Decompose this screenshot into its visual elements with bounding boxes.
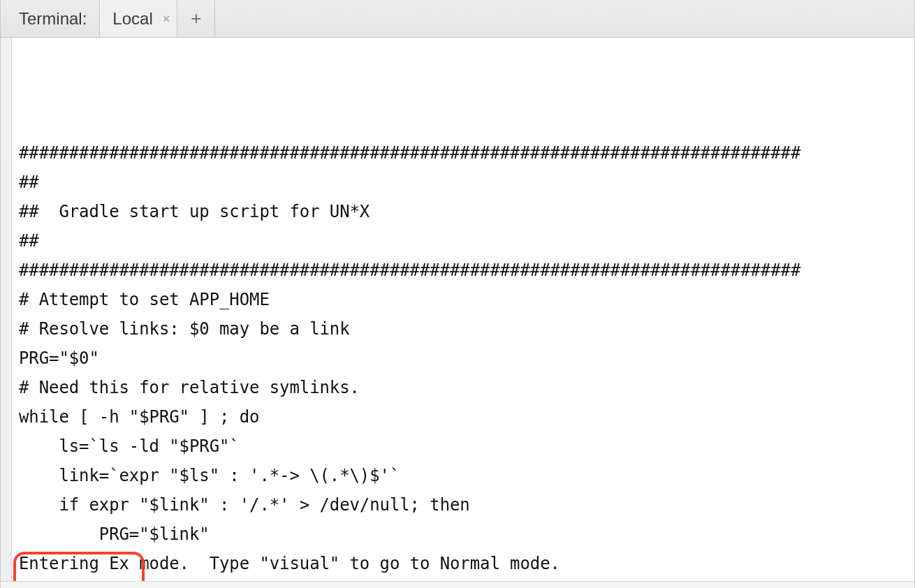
terminal-line: link=`expr "$ls" : '.*-> \(.*\)$'` (19, 461, 909, 490)
terminal-line: ########################################… (19, 256, 909, 285)
terminal-line: Entering Ex mode. Type "visual" to go to… (19, 549, 909, 578)
terminal-tabbar: Terminal: Local × + (1, 0, 914, 38)
terminal-body: ########################################… (1, 38, 914, 581)
terminal-line: PRG="$0" (19, 344, 909, 373)
tab-local[interactable]: Local × (100, 0, 177, 37)
panel-title-text: Terminal: (19, 9, 87, 29)
terminal-line: # Resolve links: $0 may be a link (19, 314, 909, 344)
close-icon[interactable]: × (161, 11, 172, 27)
tab-label: Local (112, 9, 152, 29)
terminal-line: ## (19, 168, 909, 197)
panel-title: Terminal: (1, 0, 100, 37)
add-tab-button[interactable]: + (177, 0, 215, 37)
terminal-line: ls=`ls -ld "$PRG"` (19, 432, 909, 461)
terminal-output[interactable]: ########################################… (12, 38, 914, 581)
bottom-status-strip (1, 581, 914, 588)
terminal-panel: Terminal: Local × + ####################… (0, 0, 915, 588)
vim-ex-prompt[interactable]: :wq (19, 578, 909, 581)
left-gutter (1, 38, 12, 581)
terminal-line: ## Gradle start up script for UN*X (19, 197, 909, 226)
terminal-line: PRG="$link" (19, 520, 909, 549)
terminal-line: while [ -h "$PRG" ] ; do (19, 402, 909, 432)
plus-icon: + (191, 8, 201, 29)
terminal-line: ## (19, 226, 909, 256)
terminal-line: # Attempt to set APP_HOME (19, 285, 909, 314)
terminal-line: ########################################… (19, 138, 909, 168)
terminal-line: # Need this for relative symlinks. (19, 373, 909, 402)
terminal-line: if expr "$link" : '/.*' > /dev/null; the… (19, 490, 909, 520)
